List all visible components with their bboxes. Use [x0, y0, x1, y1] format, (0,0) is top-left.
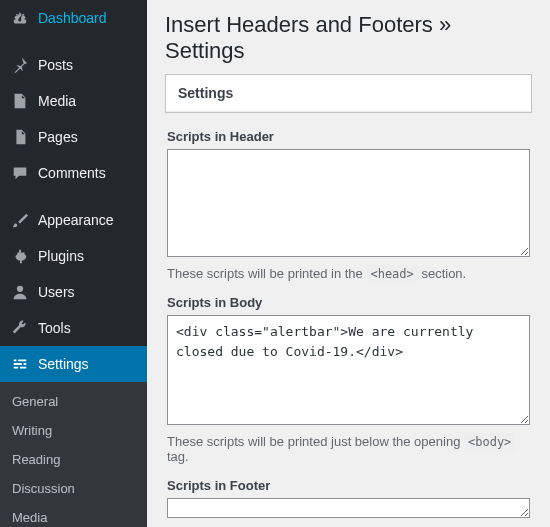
sidebar-item-posts[interactable]: Posts [0, 47, 147, 83]
sidebar-item-label: Appearance [38, 212, 114, 228]
sidebar-item-label: Posts [38, 57, 73, 73]
sidebar-item-users[interactable]: Users [0, 274, 147, 310]
settings-panel: Settings [165, 74, 532, 113]
field-description: These scripts will be printed in the <he… [167, 266, 530, 281]
content-area: Insert Headers and Footers » Settings Se… [147, 0, 550, 527]
media-icon [10, 91, 30, 111]
submenu-item-writing[interactable]: Writing [0, 417, 147, 446]
field-scripts-body: Scripts in Body These scripts will be pr… [165, 291, 532, 464]
field-label: Scripts in Header [167, 129, 530, 144]
sidebar-item-label: Plugins [38, 248, 84, 264]
admin-sidebar: Dashboard Posts Media Pages Comments App… [0, 0, 147, 527]
brush-icon [10, 210, 30, 230]
page-title: Insert Headers and Footers » Settings [165, 0, 532, 74]
sidebar-item-plugins[interactable]: Plugins [0, 238, 147, 274]
page-icon [10, 127, 30, 147]
pin-icon [10, 55, 30, 75]
sidebar-item-label: Tools [38, 320, 71, 336]
sidebar-item-label: Media [38, 93, 76, 109]
plugin-icon [10, 246, 30, 266]
sidebar-item-pages[interactable]: Pages [0, 119, 147, 155]
submenu-item-general[interactable]: General [0, 388, 147, 417]
settings-submenu: General Writing Reading Discussion Media… [0, 382, 147, 527]
sidebar-item-appearance[interactable]: Appearance [0, 202, 147, 238]
scripts-footer-textarea[interactable] [167, 498, 530, 518]
field-scripts-header: Scripts in Header These scripts will be … [165, 125, 532, 281]
scripts-body-textarea[interactable] [167, 315, 530, 425]
submenu-item-media[interactable]: Media [0, 504, 147, 527]
scripts-header-textarea[interactable] [167, 149, 530, 257]
field-label: Scripts in Body [167, 295, 530, 310]
sidebar-item-label: Settings [38, 356, 89, 372]
panel-header: Settings [166, 75, 531, 112]
sidebar-item-label: Pages [38, 129, 78, 145]
field-label: Scripts in Footer [167, 478, 530, 493]
sidebar-item-label: Users [38, 284, 75, 300]
sidebar-item-dashboard[interactable]: Dashboard [0, 0, 147, 36]
wrench-icon [10, 318, 30, 338]
sidebar-item-media[interactable]: Media [0, 83, 147, 119]
comment-icon [10, 163, 30, 183]
code-tag: <head> [366, 265, 417, 283]
sidebar-item-label: Comments [38, 165, 106, 181]
field-description: These scripts will be printed just below… [167, 434, 530, 464]
sidebar-item-settings[interactable]: Settings [0, 346, 147, 382]
code-tag: <body> [464, 433, 515, 451]
slider-icon [10, 354, 30, 374]
field-scripts-footer: Scripts in Footer [165, 474, 532, 521]
sidebar-item-comments[interactable]: Comments [0, 155, 147, 191]
sidebar-item-label: Dashboard [38, 10, 107, 26]
submenu-item-discussion[interactable]: Discussion [0, 475, 147, 504]
user-icon [10, 282, 30, 302]
dashboard-icon [10, 8, 30, 28]
submenu-item-reading[interactable]: Reading [0, 446, 147, 475]
sidebar-item-tools[interactable]: Tools [0, 310, 147, 346]
